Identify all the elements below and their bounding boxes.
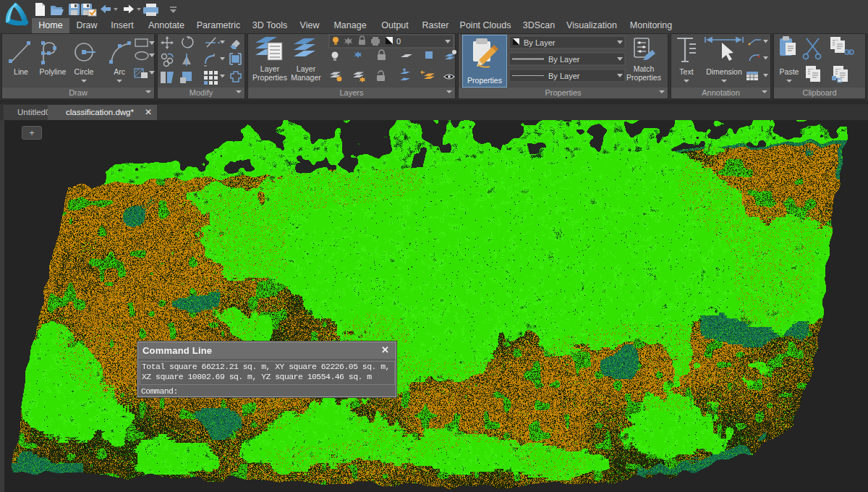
svg-text:0: 0 — [396, 37, 401, 46]
